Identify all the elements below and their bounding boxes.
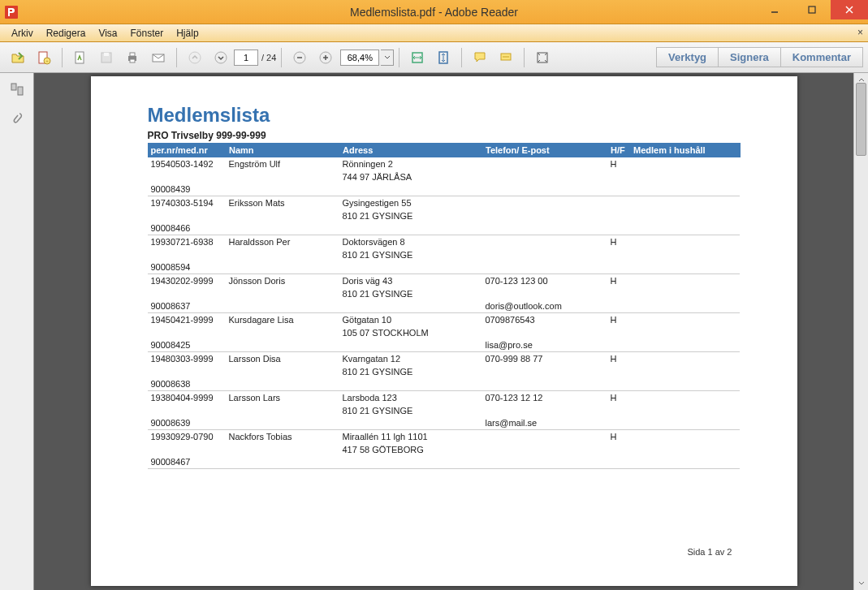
save-button[interactable] bbox=[95, 46, 118, 69]
page-up-button[interactable] bbox=[184, 46, 206, 69]
cell-tel: 0709876543 bbox=[482, 313, 607, 327]
cell-name: Larsson Disa bbox=[226, 352, 339, 366]
table-row: 810 21 GYSINGE bbox=[148, 248, 741, 261]
zoom-out-button[interactable] bbox=[288, 46, 311, 69]
email-button[interactable] bbox=[147, 46, 170, 69]
create-pdf-button[interactable]: + bbox=[32, 46, 55, 69]
cell-email bbox=[482, 443, 607, 456]
window-close-button[interactable] bbox=[831, 0, 868, 19]
window-minimize-button[interactable] bbox=[756, 0, 793, 19]
page-number-input[interactable] bbox=[234, 50, 258, 66]
svg-rect-28 bbox=[11, 84, 16, 90]
cell-hf: H bbox=[607, 391, 630, 405]
table-row: 90008467 bbox=[148, 456, 741, 469]
cell-house bbox=[630, 352, 741, 366]
header-hf: H/F bbox=[607, 143, 630, 157]
comment-bubble-button[interactable] bbox=[469, 46, 491, 69]
cell-id: 90008425 bbox=[148, 339, 226, 352]
menu-visa[interactable]: Visa bbox=[92, 26, 123, 41]
open-file-button[interactable] bbox=[6, 46, 29, 69]
cell-email bbox=[482, 326, 607, 339]
cell-pn: 19430202-9999 bbox=[148, 274, 226, 288]
cell-address: Gysingestigen 55 bbox=[339, 196, 482, 210]
cell-address-2: 810 21 GYSINGE bbox=[339, 209, 482, 222]
page-footer: Sida 1 av 2 bbox=[687, 547, 732, 557]
cell-house bbox=[630, 430, 741, 444]
svg-point-16 bbox=[189, 52, 201, 63]
zoom-level-input[interactable]: 68,4% bbox=[340, 50, 379, 66]
convert-button[interactable] bbox=[69, 46, 92, 69]
page-down-button[interactable] bbox=[209, 46, 232, 69]
table-row: 90008439 bbox=[148, 183, 741, 196]
scrollbar-thumb[interactable] bbox=[856, 83, 866, 156]
cell-address: Miraallén 11 lgh 1101 bbox=[339, 430, 482, 444]
table-row: 19480303-9999Larsson DisaKvarngatan 1207… bbox=[148, 352, 741, 366]
comment-panel-button[interactable]: Kommentar bbox=[780, 47, 863, 67]
cell-tel bbox=[482, 430, 607, 444]
cell-house bbox=[630, 274, 741, 288]
highlight-button[interactable] bbox=[494, 46, 517, 69]
cell-id: 90008639 bbox=[148, 417, 226, 430]
cell-hf bbox=[607, 196, 630, 210]
header-pn: per.nr/med.nr bbox=[148, 143, 226, 157]
table-row: 19740303-5194Eriksson MatsGysingestigen … bbox=[148, 196, 741, 210]
menu-fonster[interactable]: Fönster bbox=[124, 26, 171, 41]
cell-tel bbox=[482, 235, 607, 249]
menu-close-button[interactable]: × bbox=[857, 27, 863, 38]
cell-name: Eriksson Mats bbox=[226, 196, 339, 210]
thumbnails-button[interactable] bbox=[7, 80, 27, 99]
zoom-in-button[interactable] bbox=[314, 46, 337, 69]
table-row: 90008425lisa@pro.se bbox=[148, 339, 741, 352]
table-row: 19430202-9999Jönsson DorisDoris väg 4307… bbox=[148, 274, 741, 288]
menu-arkiv[interactable]: Arkiv bbox=[5, 26, 40, 41]
toolbar-separator bbox=[461, 48, 462, 67]
cell-name: Kursdagare Lisa bbox=[226, 313, 339, 327]
cell-id: 90008594 bbox=[148, 261, 226, 274]
sign-panel-button[interactable]: Signera bbox=[718, 47, 781, 67]
window-title: Medlemslista.pdf - Adobe Reader bbox=[0, 6, 868, 19]
cell-email-2 bbox=[482, 261, 607, 274]
table-row: 19540503-1492Engström UlfRönningen 2H bbox=[148, 157, 741, 170]
cell-house bbox=[630, 391, 741, 405]
menu-redigera[interactable]: Redigera bbox=[40, 26, 93, 41]
navigation-pane bbox=[0, 73, 34, 590]
svg-rect-29 bbox=[18, 87, 23, 95]
vertical-scrollbar[interactable] bbox=[853, 73, 868, 590]
cell-hf: H bbox=[607, 313, 630, 327]
cell-address: Götgatan 10 bbox=[339, 313, 482, 327]
toolbar-separator bbox=[281, 48, 282, 67]
table-row: 810 21 GYSINGE bbox=[148, 365, 741, 378]
cell-email-2: doris@outlook.com bbox=[482, 300, 607, 313]
table-row: 810 21 GYSINGE bbox=[148, 209, 741, 222]
document-subtitle: PRO Trivselby 999-99-999 bbox=[148, 130, 741, 141]
cell-email-2 bbox=[482, 183, 607, 196]
zoom-dropdown-button[interactable] bbox=[381, 50, 394, 66]
cell-pn: 19930929-0790 bbox=[148, 430, 226, 444]
read-mode-button[interactable] bbox=[531, 46, 554, 69]
cell-house bbox=[630, 235, 741, 249]
main-area: Medlemslista PRO Trivselby 999-99-999 pe… bbox=[0, 73, 868, 590]
zoom-level-text: 68,4% bbox=[348, 53, 373, 62]
fit-width-button[interactable] bbox=[406, 46, 429, 69]
table-row: 19930929-0790Nackfors TobiasMiraallén 11… bbox=[148, 430, 741, 444]
scroll-down-arrow[interactable] bbox=[854, 577, 868, 590]
tools-panel-button[interactable]: Verktyg bbox=[656, 47, 719, 67]
svg-rect-3 bbox=[809, 6, 815, 13]
table-row: 90008638 bbox=[148, 378, 741, 391]
cell-pn: 19540503-1492 bbox=[148, 157, 226, 170]
cell-hf: H bbox=[607, 157, 630, 170]
cell-tel bbox=[482, 196, 607, 210]
window-maximize-button[interactable] bbox=[793, 0, 831, 19]
cell-name: Haraldsson Per bbox=[226, 235, 339, 249]
document-title: Medlemslista bbox=[148, 104, 741, 127]
cell-id: 90008466 bbox=[148, 222, 226, 235]
cell-name: Jönsson Doris bbox=[226, 274, 339, 288]
attachments-button[interactable] bbox=[7, 109, 27, 128]
fit-page-button[interactable] bbox=[432, 46, 455, 69]
cell-address-2: 105 07 STOCKHOLM bbox=[339, 326, 482, 339]
cell-email-2 bbox=[482, 222, 607, 235]
menu-hjalp[interactable]: Hjälp bbox=[170, 26, 205, 41]
print-button[interactable] bbox=[121, 46, 144, 69]
table-row: 744 97 JÄRLÅSA bbox=[148, 170, 741, 183]
cell-pn: 19480303-9999 bbox=[148, 352, 226, 366]
